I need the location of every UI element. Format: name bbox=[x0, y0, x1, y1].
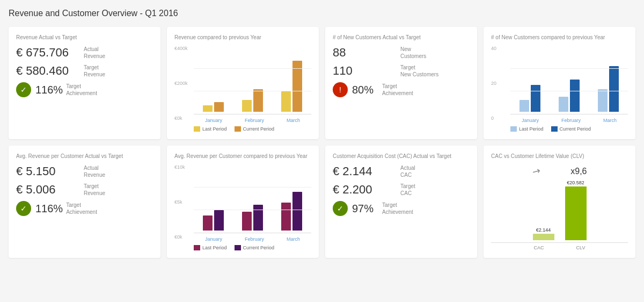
customers-chart-card: # of New Customers compared to previous … bbox=[484, 27, 635, 139]
cac-target-row: € 2.200 TargetCAC bbox=[333, 183, 470, 197]
customers-legend-current-swatch bbox=[551, 126, 558, 132]
revenue-chart-card: Revenue compared to previous Year €400k … bbox=[167, 27, 319, 139]
revenue-chart-title: Revenue compared to previous Year bbox=[174, 34, 311, 40]
revenue-legend-current-swatch bbox=[235, 126, 241, 132]
customers-feb-group bbox=[559, 80, 580, 112]
clv-multiplier-value: x9,6 bbox=[570, 167, 587, 176]
actual-revenue-label: ActualRevenue bbox=[84, 46, 105, 60]
cac-actual-label: ActualCAC bbox=[400, 164, 415, 178]
customers-mar-last bbox=[598, 89, 608, 112]
clv-chart-card: CAC vs Customer Lifetime Value (CLV) ↗ x… bbox=[484, 146, 635, 258]
revenue-legend-current: Current Period bbox=[235, 126, 275, 132]
avg-legend-current: Current Period bbox=[235, 245, 275, 250]
actual-revenue-row: € 675.706 ActualRevenue bbox=[16, 46, 153, 60]
avg-revenue-chart-area: €10k €5k €0k bbox=[174, 164, 311, 250]
customers-mar-current bbox=[609, 66, 619, 112]
cac-target-label: TargetCAC bbox=[400, 183, 415, 197]
revenue-jan-current bbox=[214, 102, 224, 112]
actual-customers-label: NewCustomers bbox=[400, 46, 426, 60]
revenue-kpi-title: Revenue Actual vs Target bbox=[16, 34, 153, 40]
page-title: Revenue and Customer Overview - Q1 2016 bbox=[9, 9, 635, 18]
target-customers-row: 110 TargetNew Customers bbox=[333, 64, 470, 78]
revenue-jan-last bbox=[203, 105, 213, 112]
clv-x-labels: CAC CLV bbox=[491, 245, 628, 250]
avg-revenue-y-axis: €10k €5k €0k bbox=[174, 164, 192, 240]
avg-revenue-kpi-title: Avg. Revenue per Customer Actual vs Targ… bbox=[16, 153, 153, 159]
revenue-achievement-row: ✓ 116% TargetAchievement bbox=[16, 82, 153, 97]
cac-kpi-card: Customer Acquisition Cost (CAC) Actual v… bbox=[325, 146, 477, 258]
revenue-achievement-value: 116% bbox=[35, 84, 63, 96]
customers-legend-last-swatch bbox=[510, 126, 517, 132]
revenue-x-labels: January February March bbox=[194, 118, 311, 123]
clv-top-label: €20.582 bbox=[567, 180, 584, 185]
avg-actual-row: € 5.150 ActualRevenue bbox=[16, 164, 153, 178]
revenue-legend-last-swatch bbox=[194, 126, 200, 132]
customers-feb-last bbox=[559, 97, 568, 112]
avg-legend-current-swatch bbox=[235, 245, 241, 250]
cac-target-value: € 2.200 bbox=[333, 183, 397, 197]
avg-target-row: € 5.006 TargetRevenue bbox=[16, 183, 153, 197]
cac-achievement-row: ✓ 97% TargetAchievement bbox=[333, 201, 470, 216]
revenue-chart-area: €400k €200k €0k bbox=[174, 46, 311, 132]
warn-icon: ! bbox=[333, 82, 348, 97]
revenue-kpi-card: Revenue Actual vs Target € 675.706 Actua… bbox=[9, 27, 160, 139]
avg-legend-last: Last Period bbox=[194, 245, 227, 250]
cac-bar bbox=[533, 234, 554, 240]
avg-feb-current bbox=[253, 205, 263, 231]
customers-x-labels: January February March bbox=[510, 118, 628, 123]
target-revenue-row: € 580.460 TargetRevenue bbox=[16, 64, 153, 78]
avg-mar-last bbox=[281, 203, 291, 231]
target-customers-value: 110 bbox=[333, 64, 397, 78]
customers-chart-legend: Last Period Current Period bbox=[510, 126, 628, 132]
clv-chart-title: CAC vs Customer Lifetime Value (CLV) bbox=[491, 153, 628, 159]
customers-bars bbox=[510, 46, 628, 114]
avg-actual-value: € 5.150 bbox=[16, 164, 80, 178]
avg-revenue-x-labels: January February March bbox=[194, 236, 311, 242]
clv-multiplier-area: ↗ x9,6 bbox=[491, 164, 628, 178]
cac-achievement-label: TargetAchievement bbox=[382, 202, 413, 215]
avg-check-icon: ✓ bbox=[16, 201, 31, 216]
avg-achievement-label: TargetAchievement bbox=[66, 202, 97, 215]
customers-achievement-label: TargetAchievement bbox=[382, 83, 413, 97]
customers-mar-group bbox=[598, 66, 619, 112]
cac-bar-wrap: €2.144 bbox=[533, 227, 554, 240]
revenue-feb-current bbox=[253, 89, 263, 112]
avg-feb-last bbox=[242, 212, 252, 231]
avg-feb-group bbox=[242, 205, 263, 231]
customers-legend-last: Last Period bbox=[510, 126, 544, 132]
customers-kpi-title: # of New Customers Actual vs Target bbox=[333, 34, 470, 40]
target-revenue-label: TargetRevenue bbox=[84, 64, 105, 78]
revenue-feb-last bbox=[242, 100, 252, 112]
revenue-y-axis: €400k €200k €0k bbox=[174, 46, 192, 121]
revenue-achievement-label: TargetAchievement bbox=[66, 83, 97, 97]
avg-revenue-kpi-card: Avg. Revenue per Customer Actual vs Targ… bbox=[9, 146, 160, 258]
avg-revenue-chart-title: Avg. Revenue per Customer compared to pr… bbox=[174, 153, 311, 159]
cac-kpi-title: Customer Acquisition Cost (CAC) Actual v… bbox=[333, 153, 470, 159]
clv-bars-row: €2.144 €20.582 bbox=[491, 180, 628, 243]
actual-customers-row: 88 NewCustomers bbox=[333, 46, 470, 60]
avg-revenue-bars bbox=[194, 164, 311, 233]
check-icon: ✓ bbox=[16, 82, 31, 97]
revenue-legend-last: Last Period bbox=[194, 126, 227, 132]
dashboard: Revenue Actual vs Target € 675.706 Actua… bbox=[9, 27, 635, 258]
target-revenue-value: € 580.460 bbox=[16, 64, 80, 78]
target-customers-label: TargetNew Customers bbox=[400, 64, 438, 78]
cac-achievement-value: 97% bbox=[352, 203, 379, 215]
avg-achievement-row: ✓ 116% TargetAchievement bbox=[16, 201, 153, 216]
customers-jan-current bbox=[531, 85, 540, 112]
cac-actual-value: € 2.144 bbox=[333, 164, 397, 178]
actual-revenue-value: € 675.706 bbox=[16, 46, 80, 60]
avg-revenue-chart-card: Avg. Revenue per Customer compared to pr… bbox=[167, 146, 319, 258]
actual-customers-value: 88 bbox=[333, 46, 397, 60]
revenue-mar-last bbox=[281, 91, 291, 112]
customers-legend-current: Current Period bbox=[551, 126, 591, 132]
arrow-icon: ↗ bbox=[530, 164, 543, 179]
avg-jan-last bbox=[203, 215, 213, 231]
clv-x-label: CLV bbox=[576, 245, 586, 250]
clv-wrapper: ↗ x9,6 €2.144 €20.582 CAC CLV bbox=[491, 164, 628, 250]
avg-jan-current bbox=[214, 210, 224, 231]
avg-target-label: TargetRevenue bbox=[84, 183, 105, 197]
revenue-chart-legend: Last Period Current Period bbox=[194, 126, 311, 132]
avg-mar-group bbox=[281, 192, 302, 231]
customers-chart-title: # of New Customers compared to previous … bbox=[491, 34, 628, 40]
